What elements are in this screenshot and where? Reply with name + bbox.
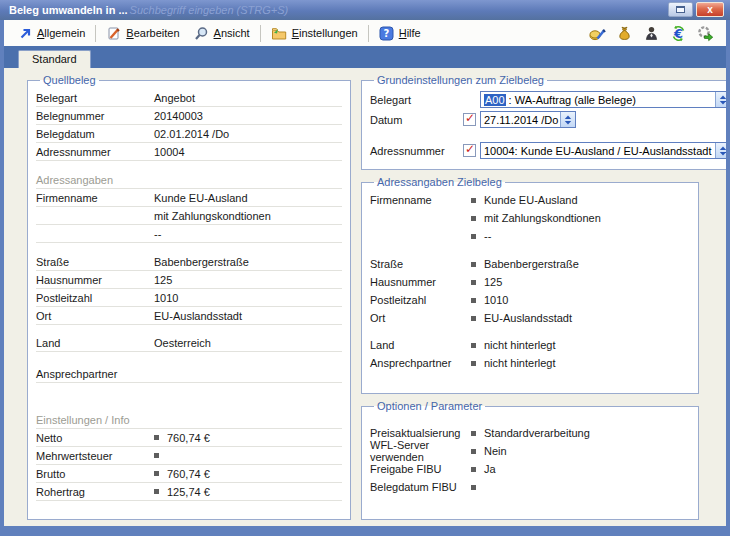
adressnummer-combobox[interactable]: 10004: Kunde EU-Ausland / EU-Auslandssta… xyxy=(480,142,726,159)
bullet-icon xyxy=(154,435,159,440)
menu-item-ansicht[interactable]: Ansicht xyxy=(187,24,257,43)
window-controls: x xyxy=(668,2,724,17)
checkmark-icon: ✓ xyxy=(465,111,475,125)
bullet-icon xyxy=(471,280,476,285)
source-row: OrtEU-Auslandsstadt xyxy=(36,307,342,325)
spacer xyxy=(370,245,690,255)
address-row: Hausnummer125 xyxy=(370,273,690,291)
address-row: Postleitzahl1010 xyxy=(370,291,690,309)
right-column: Grundeinstellungen zum Zielbeleg Belegar… xyxy=(361,74,699,520)
bullet-icon xyxy=(154,489,159,494)
menu-item-hilfe[interactable]: ? Hilfe xyxy=(372,24,428,43)
euro-refresh-icon[interactable]: € xyxy=(670,25,687,42)
source-panel: Quellbeleg BelegartAngebot Belegnummer20… xyxy=(27,74,351,520)
source-row: Mehrwertsteuer xyxy=(36,447,342,465)
address-row: Landnicht hinterlegt xyxy=(370,336,690,354)
spacer xyxy=(370,327,690,336)
restore-icon xyxy=(676,6,685,13)
close-button[interactable]: x xyxy=(696,2,724,17)
belegart-combobox[interactable]: A00: WA-Auftrag (alle Belege) xyxy=(480,91,726,108)
spinner-icon[interactable] xyxy=(560,112,575,127)
options-panel-title: Optionen / Parameter xyxy=(374,400,485,412)
target-settings-panel: Grundeinstellungen zum Zielbeleg Belegar… xyxy=(361,74,726,170)
money-bag-icon[interactable] xyxy=(616,25,633,42)
spacer xyxy=(36,352,342,365)
source-row: Postleitzahl1010 xyxy=(36,289,342,307)
menu-label: Allgemein xyxy=(37,27,85,39)
datum-checkbox[interactable]: ✓ xyxy=(463,113,476,126)
app-window: Beleg umwandeln in ... Suchbegriff einge… xyxy=(0,0,730,536)
source-row: StraßeBabenbergerstraße xyxy=(36,253,342,271)
options-panel: Optionen / Parameter PreisaktualsierungS… xyxy=(361,400,699,520)
datum-combobox[interactable]: 27.11.2014 /Do xyxy=(480,111,576,128)
field-datum: Datum ✓ 27.11.2014 /Do xyxy=(370,110,726,129)
source-row: Ansprechpartner xyxy=(36,365,342,383)
source-row: mit Zahlungskondtionen xyxy=(36,207,342,225)
content-area: Quellbeleg BelegartAngebot Belegnummer20… xyxy=(4,68,726,526)
magnifier-icon xyxy=(194,26,209,41)
close-icon: x xyxy=(707,4,713,15)
bullet-icon xyxy=(471,467,476,472)
arrow-up-right-icon xyxy=(19,27,32,40)
folder-settings-icon xyxy=(271,26,287,41)
spacer xyxy=(36,325,342,334)
source-section-header: Einstellungen / Info xyxy=(36,411,342,429)
menubar-separator xyxy=(368,25,369,42)
spacer xyxy=(370,129,726,140)
menu-item-allgemein[interactable]: Allgemein xyxy=(12,25,92,42)
svg-text:?: ? xyxy=(383,28,389,39)
menubar: Allgemein Bearbeiten Ansicht Einstellung… xyxy=(4,20,726,46)
menu-label: Ansicht xyxy=(214,27,250,39)
bullet-icon xyxy=(154,471,159,476)
target-address-panel: Adressangaben Zielbeleg FirmennameKunde … xyxy=(361,176,699,394)
bullet-icon xyxy=(471,316,476,321)
adressnummer-checkbox[interactable]: ✓ xyxy=(463,144,476,157)
bullet-icon xyxy=(471,216,476,221)
menu-label: Hilfe xyxy=(399,27,421,39)
window-title: Beleg umwandeln in ... xyxy=(9,4,128,16)
menubar-separator xyxy=(95,25,96,42)
toolbar-right-icons: € xyxy=(589,25,718,42)
restore-button[interactable] xyxy=(668,2,693,17)
field-adressnummer: Adressnummer ✓ 10004: Kunde EU-Ausland /… xyxy=(370,141,726,160)
bullet-icon xyxy=(471,234,476,239)
source-row: -- xyxy=(36,225,342,243)
selected-code: A00 xyxy=(484,94,506,106)
spinner-icon[interactable] xyxy=(715,92,726,107)
bullet-icon xyxy=(471,298,476,303)
spacer xyxy=(36,243,342,253)
source-row: BelegartAngebot xyxy=(36,89,342,107)
help-icon: ? xyxy=(379,26,394,41)
menubar-separator xyxy=(260,25,261,42)
spacer xyxy=(36,161,342,171)
bullet-icon xyxy=(154,453,159,458)
option-row: Freigabe FIBUJa xyxy=(370,460,690,478)
spinner-icon[interactable] xyxy=(715,143,726,158)
menu-item-bearbeiten[interactable]: Bearbeiten xyxy=(99,24,186,43)
edit-note-icon xyxy=(106,26,121,41)
target-settings-title: Grundeinstellungen zum Zielbeleg xyxy=(374,74,547,86)
titlebar: Beleg umwandeln in ... Suchbegriff einge… xyxy=(0,0,730,20)
tab-standard[interactable]: Standard xyxy=(18,50,91,68)
bullet-icon xyxy=(471,449,476,454)
field-belegart: Belegart A00: WA-Auftrag (alle Belege) xyxy=(370,90,726,109)
address-row: OrtEU-Auslandsstadt xyxy=(370,309,690,327)
address-row: Ansprechpartnernicht hinterlegt xyxy=(370,354,690,372)
source-row: Hausnummer125 xyxy=(36,271,342,289)
source-row: Belegdatum02.01.2014 /Do xyxy=(36,125,342,143)
source-row: Belegnummer20140003 xyxy=(36,107,342,125)
customer-icon[interactable] xyxy=(643,25,660,42)
search-hint: Suchbegriff eingeben (STRG+S) xyxy=(130,4,289,16)
source-row: FirmennameKunde EU-Ausland xyxy=(36,189,342,207)
bullet-icon xyxy=(471,262,476,267)
source-row: Netto760,74 € xyxy=(36,429,342,447)
menu-item-einstellungen[interactable]: Einstellungen xyxy=(264,24,365,43)
source-row: Brutto760,74 € xyxy=(36,465,342,483)
convert-icon[interactable] xyxy=(697,25,714,42)
address-row: StraßeBabenbergerstraße xyxy=(370,255,690,273)
source-row: LandOesterreich xyxy=(36,334,342,352)
address-row: FirmennameKunde EU-Ausland xyxy=(370,191,690,209)
checkmark-icon: ✓ xyxy=(465,142,475,156)
source-row: Adressnummer10004 xyxy=(36,143,342,161)
price-edit-icon[interactable] xyxy=(589,25,606,42)
